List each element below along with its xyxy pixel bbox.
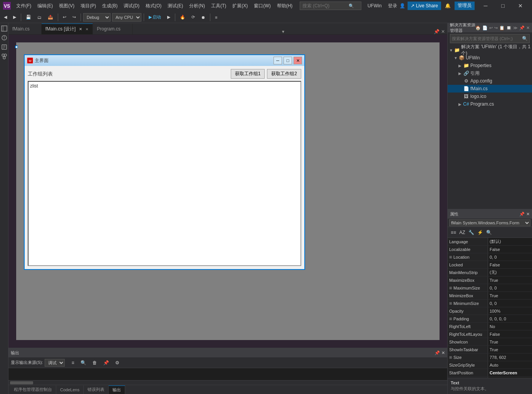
se-icon-6[interactable]: 🔲 [506, 25, 512, 30]
menu-project[interactable]: 项目(P) [77, 1, 99, 11]
form-titlebar[interactable]: M 主界面 ─ □ ✕ [25, 55, 304, 66]
minsize-expand-icon[interactable]: ⊞ [449, 301, 452, 305]
form-get-group2-button[interactable]: 获取工作组2 [267, 69, 301, 79]
output-pin[interactable]: 📌 [435, 350, 440, 355]
menu-debug[interactable]: 调试(D) [121, 1, 143, 11]
solution-explorer-pin[interactable]: 📌 [434, 29, 440, 34]
se-icon-4[interactable]: ↪ [494, 25, 498, 30]
prop-value-language[interactable]: (默认) [488, 238, 532, 245]
sidebar-icon-4[interactable] [0, 52, 8, 60]
se-pin[interactable]: 📌 [519, 25, 525, 30]
form-window[interactable]: M 主界面 ─ □ ✕ 工作组列表 获取工作组1 [24, 54, 305, 270]
login-label[interactable]: 登录 [388, 3, 397, 9]
props-properties-btn[interactable]: 🔧 [467, 229, 475, 236]
sidebar-icon-3[interactable] [0, 43, 8, 51]
solution-search-input[interactable] [452, 36, 522, 41]
props-close[interactable]: ✕ [526, 212, 530, 217]
menu-test[interactable]: 测试(E) [164, 1, 186, 11]
live-share-button[interactable]: ↗ Live Share [408, 2, 441, 10]
output-pin2-btn[interactable]: 📌 [101, 359, 111, 367]
se-icon-3[interactable]: ↩ [489, 25, 493, 30]
login-area[interactable]: 登录 👤 [388, 3, 405, 9]
tree-logoico[interactable]: 🖼 logo.ico [448, 93, 532, 100]
minimize-button[interactable]: ─ [477, 0, 494, 12]
prop-value-minimizebox[interactable]: True [488, 292, 532, 299]
toolbar-save-all[interactable]: 🗂 [35, 13, 44, 22]
props-events-btn[interactable]: ⚡ [476, 229, 484, 236]
form-restore-btn[interactable]: □ [284, 57, 292, 64]
menu-window[interactable]: 窗口(W) [251, 1, 274, 11]
menu-build[interactable]: 生成(B) [99, 1, 121, 11]
prop-value-minimumsize[interactable]: 0, 0 [488, 300, 532, 307]
size-expand-icon[interactable]: ⊞ [449, 355, 452, 359]
tabs-overflow[interactable]: ▾ [280, 29, 287, 34]
toolbar-start[interactable]: ▶ 启动 [146, 13, 163, 22]
props-categorized-btn[interactable]: ≡≡ [449, 229, 458, 236]
toolbar-redo[interactable]: ↪ [70, 13, 78, 22]
properties-object-select[interactable]: fMain System.Windows.Forms.Form [449, 219, 530, 226]
padding-expand-icon[interactable]: ⊞ [449, 317, 452, 321]
prop-value-showintaskbar[interactable]: True [488, 346, 532, 353]
prop-value-maximizebox[interactable]: True [488, 276, 532, 284]
output-more-btn[interactable]: ⚙ [113, 359, 122, 367]
tree-solution[interactable]: ▼ 📁 解决方案 'UFWin' (1 个项目，共 1 个) [448, 46, 532, 54]
output-hscroll-thumb[interactable] [10, 381, 33, 384]
output-hscroll[interactable] [8, 380, 447, 385]
menu-file[interactable]: 文件(F) [13, 1, 34, 11]
se-icon-2[interactable]: 📄 [482, 25, 488, 30]
output-tab-codelens[interactable]: CodeLens [56, 386, 84, 394]
prop-value-size[interactable]: 778, 602 [488, 354, 532, 361]
props-search-btn[interactable]: 🔍 [485, 229, 493, 236]
tab-fmain-designer[interactable]: fMain.cs [设计] ✕ ✕ [42, 24, 93, 34]
form-minimize-btn[interactable]: ─ [274, 57, 282, 64]
maximize-button[interactable]: □ [494, 0, 512, 12]
prop-value-localizable[interactable]: False [488, 246, 532, 253]
toolbar-back[interactable]: ◀ [2, 13, 9, 22]
props-pin[interactable]: 📌 [519, 212, 525, 217]
menu-help[interactable]: 帮助(H) [274, 1, 296, 11]
prop-value-showicon[interactable]: True [488, 338, 532, 345]
search-input[interactable] [302, 3, 349, 8]
prop-value-location[interactable]: 0, 0 [488, 253, 532, 261]
prop-value-righttoleft[interactable]: No [488, 323, 532, 330]
debug-mode-select[interactable]: Debug Release [83, 13, 111, 22]
tree-properties[interactable]: ▶ 📁 Properties [448, 62, 532, 69]
menu-format[interactable]: 格式(O) [143, 1, 164, 11]
tab-program-cs[interactable]: Program.cs ✕ [93, 24, 132, 34]
tree-project-ufwin[interactable]: ▼ 📦 UFWin [448, 54, 532, 62]
prop-value-startposition[interactable]: CenterScreen [488, 369, 532, 376]
prop-value-mainmenu[interactable]: (无) [488, 269, 532, 276]
output-source-select[interactable]: 调试 生成 [45, 359, 65, 367]
se-icon-1[interactable]: 🏠 [475, 25, 481, 30]
se-icon-7[interactable]: ≫ [513, 25, 518, 30]
sidebar-icon-1[interactable] [0, 25, 8, 32]
resize-handle-bottomright[interactable] [15, 46, 18, 48]
solution-explorer-close-icon[interactable]: ✕ [441, 29, 445, 34]
toolbar-undo[interactable]: ↩ [60, 13, 69, 22]
toolbar-record[interactable]: ⏺ [199, 13, 208, 22]
toolbar-attach[interactable]: ▶ [165, 13, 173, 22]
output-close[interactable]: ✕ [441, 350, 445, 355]
prop-value-righttoleftlayout[interactable]: False [488, 330, 532, 338]
tree-appconfig[interactable]: ⚙ App.config [448, 77, 532, 85]
designer-container[interactable]: M 主界面 ─ □ ✕ 工作组列表 获取工作组1 [8, 35, 447, 348]
prop-value-maximumsize[interactable]: 0, 0 [488, 284, 532, 291]
form-close-btn[interactable]: ✕ [294, 57, 302, 64]
prop-value-opacity[interactable]: 100% [488, 307, 532, 315]
se-icon-5[interactable]: 📋 [499, 25, 505, 30]
menu-analyze[interactable]: 分析(N) [186, 1, 208, 11]
se-close[interactable]: ✕ [526, 25, 530, 30]
toolbar-save[interactable]: 💾 [23, 13, 34, 22]
output-tab-errors[interactable]: 错误列表 [84, 386, 109, 394]
maxsize-expand-icon[interactable]: ⊞ [449, 286, 452, 290]
output-wrap-btn[interactable]: ≡ [69, 359, 77, 367]
close-button[interactable]: ✕ [512, 0, 529, 12]
output-tab-output[interactable]: 输出 [109, 386, 125, 394]
admin-button[interactable]: 管理员 [455, 2, 475, 10]
toolbar-more[interactable]: ≡ [213, 13, 220, 22]
prop-value-sizegripstyle[interactable]: Auto [488, 361, 532, 369]
search-box[interactable]: 🔍 [300, 2, 361, 10]
tree-programcs[interactable]: ▶ C# Program.cs [448, 100, 532, 108]
tab-fmain-designer-close[interactable]: ✕ [78, 27, 83, 32]
output-find-btn[interactable]: 🔍 [78, 359, 89, 367]
